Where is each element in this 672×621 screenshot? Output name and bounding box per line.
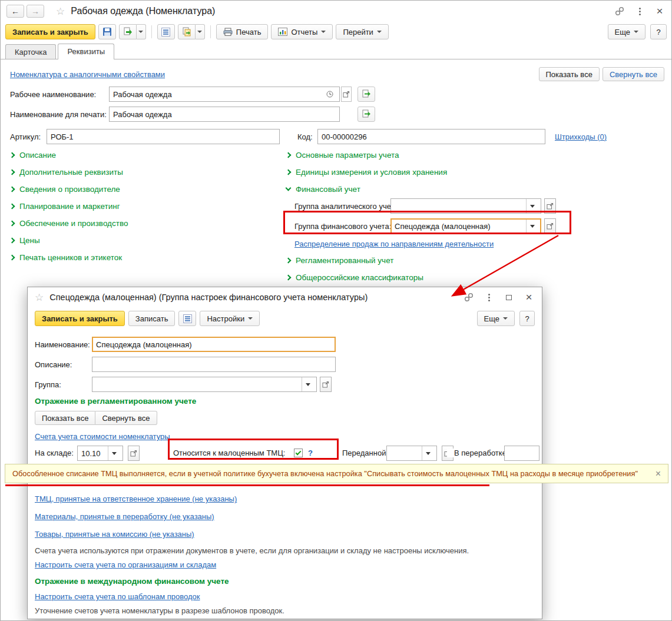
create-based-on-menu-button[interactable]: [137, 24, 146, 39]
collapse-all-button[interactable]: Свернуть все: [603, 67, 664, 81]
modal-save-button[interactable]: Записать: [128, 311, 176, 326]
barcodes-link[interactable]: Штрихкоды (0): [555, 132, 607, 141]
fin-group-field[interactable]: Спецодежда (малоценная): [390, 218, 541, 234]
section-finansovyj-uchet[interactable]: Финансовый учет: [286, 183, 672, 195]
modal-more-button[interactable]: Еще: [477, 311, 515, 326]
group-dropdown[interactable]: [302, 377, 313, 391]
section-label: Цены: [19, 236, 40, 245]
section-pechat-tsennikov[interactable]: Печать ценников и этикеток: [10, 251, 128, 263]
analytic-group-field[interactable]: [390, 198, 541, 214]
chevron-right-icon: [286, 274, 292, 280]
open-window-icon: [547, 223, 554, 230]
section-klassifikatory[interactable]: Общероссийские классификаторы: [286, 271, 672, 283]
regulated-accounting-header: Отражение в регламентированном учете: [35, 397, 196, 406]
description-field[interactable]: [92, 357, 336, 372]
working-name-history-button[interactable]: [323, 87, 336, 101]
open-window-icon: [322, 381, 329, 388]
copy-link-icon[interactable]: [463, 291, 475, 303]
favorite-star-icon[interactable]: ☆: [56, 5, 65, 18]
favorite-star-icon[interactable]: ☆: [35, 291, 44, 304]
templates-accounts-link[interactable]: Настроить счета учета по шаблонам провод…: [35, 592, 200, 601]
copy-menu-button[interactable]: [196, 24, 205, 39]
warehouse-dropdown[interactable]: [108, 446, 119, 460]
maximize-icon[interactable]: [503, 291, 515, 303]
checkmark-icon: [296, 449, 302, 455]
materials-processing-link[interactable]: Материалы, принятые в переработку (не ук…: [35, 512, 214, 521]
create-based-on-split: [119, 24, 146, 39]
working-name-field[interactable]: Рабочая одежда: [109, 87, 340, 102]
section-osnovnye-parametry[interactable]: Основные параметры учета: [286, 149, 672, 161]
forward-button[interactable]: →: [27, 5, 44, 18]
modal-show-all-button[interactable]: Показать все: [35, 411, 95, 425]
reports-button[interactable]: Отчеты: [271, 24, 333, 39]
modal-help-button[interactable]: ?: [519, 311, 535, 326]
notification-close-icon[interactable]: ×: [650, 469, 661, 479]
safekeeping-link[interactable]: ТМЦ, принятые на ответственное хранение …: [35, 494, 237, 503]
more-button[interactable]: Еще: [608, 24, 645, 39]
window-menu-icon[interactable]: [634, 5, 645, 17]
chevron-right-icon: [286, 169, 292, 175]
working-name-open-button[interactable]: [341, 87, 352, 102]
name-field[interactable]: Спецодежда (малоценная): [92, 337, 336, 352]
modal-save-and-close-button[interactable]: Записать и закрыть: [35, 311, 125, 326]
setup-accounts-link[interactable]: Настроить счета учета по организациям и …: [35, 560, 216, 569]
similar-properties-link[interactable]: Номенклатура с аналогичными свойствами: [10, 70, 165, 79]
modal-list-button[interactable]: [178, 311, 196, 326]
analytic-group-dropdown[interactable]: [526, 199, 537, 213]
code-value: 00-00000296: [322, 132, 367, 141]
fin-group-open-button[interactable]: [544, 218, 556, 234]
fin-group-dropdown[interactable]: [526, 220, 537, 233]
lowvalue-help-icon[interactable]: ?: [308, 449, 313, 457]
save-button[interactable]: [98, 24, 116, 39]
print-name-translate-button[interactable]: [357, 107, 375, 122]
back-button[interactable]: ←: [6, 5, 24, 18]
article-field[interactable]: РОБ-1: [47, 129, 280, 144]
templates-link-row: Настроить счета учета по шаблонам провод…: [35, 592, 535, 601]
commission-goods-link[interactable]: Товары, принятые на комиссию (не указаны…: [35, 530, 194, 539]
section-tseny[interactable]: Цены: [10, 234, 128, 246]
close-icon[interactable]: ×: [654, 5, 666, 17]
group-open-button[interactable]: [320, 377, 332, 392]
code-field[interactable]: 00-00000296: [317, 129, 545, 144]
right-sections: Основные параметры учета Единицы измерен…: [286, 149, 672, 283]
section-dop-rekvizity[interactable]: Дополнительные реквизиты: [10, 166, 128, 178]
warehouse-field[interactable]: 10.10: [77, 446, 123, 461]
help-button[interactable]: ?: [650, 24, 667, 39]
name-value: Спецодежда (малоценная): [96, 340, 192, 349]
window-menu-icon[interactable]: [483, 291, 495, 303]
warehouse-open-button[interactable]: [128, 446, 140, 461]
copy-element-button[interactable]: [178, 24, 196, 39]
modal-collapse-all-button[interactable]: Свернуть все: [95, 411, 157, 425]
sales-distribution-link[interactable]: Распределение продаж по направлениям дея…: [294, 240, 672, 248]
analytic-group-open-button[interactable]: [544, 198, 556, 214]
create-based-on-button[interactable]: [119, 24, 137, 39]
print-name-value: Рабочая одежда: [113, 110, 172, 119]
section-planirovanie[interactable]: Планирование и маркетинг: [10, 200, 128, 212]
transferred-field[interactable]: [386, 446, 437, 461]
close-icon[interactable]: ×: [523, 291, 535, 303]
lowvalue-checkbox[interactable]: [294, 449, 303, 457]
group-field[interactable]: [92, 377, 317, 392]
transferred-dropdown[interactable]: [422, 446, 433, 460]
lowvalue-label: Относится к малоценным ТМЦ:: [173, 449, 285, 457]
tab-kartochka[interactable]: Карточка: [5, 44, 56, 59]
processing-field[interactable]: [504, 446, 539, 461]
document-list-button[interactable]: [157, 24, 175, 39]
show-all-button[interactable]: Показать все: [539, 67, 600, 81]
section-opisanie[interactable]: Описание: [10, 149, 128, 161]
goto-button[interactable]: Перейти: [336, 24, 389, 39]
section-proizvoditel[interactable]: Сведения о производителе: [10, 183, 128, 195]
cost-accounts-link[interactable]: Счета учета стоимости номенклатуры: [35, 432, 170, 441]
commission-link-row: Товары, принятые на комиссию (не указаны…: [35, 530, 535, 539]
print-button[interactable]: Печать: [216, 24, 269, 39]
section-obespechenie[interactable]: Обеспечение и производство: [10, 217, 128, 229]
section-edinitsy[interactable]: Единицы измерения и условия хранения: [286, 166, 672, 178]
tab-rekvizity[interactable]: Реквизиты: [58, 44, 114, 59]
save-and-close-button[interactable]: Записать и закрыть: [5, 24, 95, 39]
section-reglamentirovannyj[interactable]: Регламентированный учет: [286, 254, 672, 266]
working-name-label: Рабочее наименование:: [10, 90, 109, 99]
print-name-field[interactable]: Рабочая одежда: [109, 107, 340, 122]
copy-link-icon[interactable]: [614, 5, 625, 17]
modal-settings-button[interactable]: Настройки: [200, 311, 260, 326]
working-name-translate-button[interactable]: [357, 87, 375, 102]
